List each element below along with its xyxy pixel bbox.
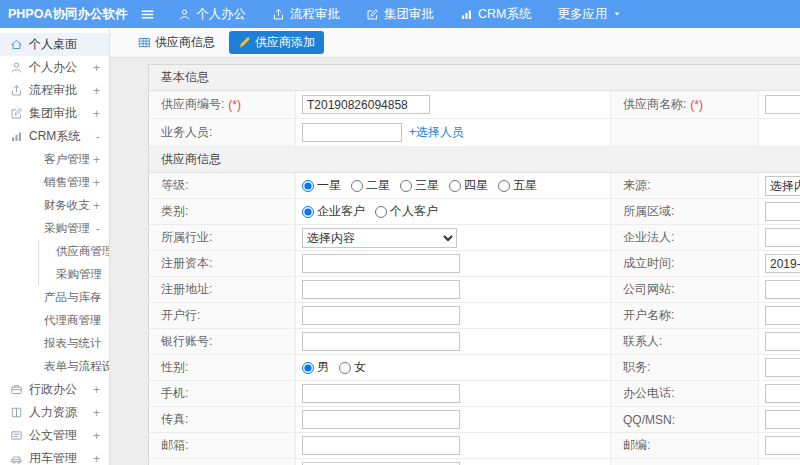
fax-input[interactable] [302,410,460,429]
gender-label: 性别: [149,355,296,381]
sidebar-item-personal-office[interactable]: 个人办公+ [0,56,109,79]
sidebar-item-label: 用车管理 [29,450,77,465]
tab-supplier-add[interactable]: 供应商添加 [229,31,324,54]
menu-toggle[interactable] [140,7,155,22]
expand-toggle[interactable]: + [93,84,100,98]
sidebar-item-agent-mgmt[interactable]: 代理商管理+ [0,309,109,332]
gender-option-0[interactable]: 男 [302,359,329,376]
grade-option-2[interactable]: 三星 [400,177,439,194]
nav-workflow-approval[interactable]: 流程审批 [259,0,353,28]
expand-toggle[interactable]: + [93,314,100,328]
sidebar-item-workflow-approval[interactable]: 流程审批+ [0,79,109,102]
office-phone-input[interactable] [765,384,800,403]
expand-toggle[interactable]: + [93,452,100,465]
expand-toggle[interactable]: + [93,383,100,397]
nav-personal-office[interactable]: 个人办公 [165,0,259,28]
expand-toggle[interactable]: + [93,61,100,75]
position-input[interactable] [765,358,800,377]
tab-supplier-info[interactable]: 供应商信息 [132,31,221,54]
gender-option-1[interactable]: 女 [339,359,366,376]
field-label: 传真: [161,411,188,428]
business-person-input[interactable] [302,123,402,142]
nav-item-label: 个人办公 [196,6,246,23]
expand-toggle[interactable]: - [96,222,100,236]
registered-address-input[interactable] [302,280,460,299]
sidebar-item-vehicle-mgmt[interactable]: 用车管理+ [0,447,109,465]
sidebar-item-product-inventory[interactable]: 产品与库存+ [0,286,109,309]
share-icon [10,84,23,97]
form-row: 注册资本:成立时间: [149,251,800,277]
region-input[interactable] [765,202,800,221]
sidebar-item-personal-desktop[interactable]: 个人桌面 [0,33,109,56]
mobile-input[interactable] [302,384,460,403]
grade-radio-4[interactable] [498,180,510,192]
nav-crm-system[interactable]: CRM系统 [447,0,544,28]
expand-toggle[interactable]: + [93,199,100,213]
nav-group-approval[interactable]: 集团审批 [353,0,447,28]
nav-more-apps[interactable]: 更多应用 [544,0,635,28]
sidebar-item-human-resources[interactable]: 人力资源+ [0,401,109,424]
expand-toggle[interactable]: + [93,291,100,305]
field-label: 银行账号: [161,333,212,350]
expand-toggle[interactable]: + [93,176,100,190]
bank-account-field [296,329,611,355]
expand-toggle[interactable]: + [93,153,100,167]
grade-radio-2[interactable] [400,180,412,192]
bank-account-input[interactable] [302,332,460,351]
grade-radio-0[interactable] [302,180,314,192]
category-option-1[interactable]: 个人客户 [375,203,438,220]
sidebar-item-finance-mgmt[interactable]: 财务收支+ [0,194,109,217]
account-name-input[interactable] [765,306,800,325]
select-person-link[interactable]: +选择人员 [409,124,464,141]
grade-option-4[interactable]: 五星 [498,177,537,194]
founding-date-input[interactable] [765,254,800,273]
sidebar-item-purchasing-mgmt[interactable]: 采购管理 [39,263,109,286]
source-select[interactable]: 选择内容 [765,176,800,196]
grade-option-0[interactable]: 一星 [302,177,341,194]
grade-radio-1[interactable] [351,180,363,192]
sidebar-item-group-approval[interactable]: 集团审批+ [0,102,109,125]
radio-label: 女 [354,359,366,376]
zipcode-label: 邮编: [611,433,759,459]
website-input[interactable] [765,280,800,299]
zipcode-input[interactable] [765,436,800,455]
qq-msn-input[interactable] [765,410,800,429]
industry-select[interactable]: 选择内容 [302,228,457,248]
address-label: 地址: [149,459,296,465]
grade-option-1[interactable]: 二星 [351,177,390,194]
sidebar-item-admin-office[interactable]: 行政办公+ [0,378,109,401]
grade-radio-3[interactable] [449,180,461,192]
sidebar-item-crm-system[interactable]: CRM系统- [0,125,109,148]
bank-branch-input[interactable] [302,306,460,325]
expand-toggle[interactable]: + [93,406,100,420]
source-field: 选择内容 [759,173,800,199]
category-radio-1[interactable] [375,206,387,218]
category-option-0[interactable]: 企业客户 [302,203,365,220]
sidebar-item-sales-mgmt[interactable]: 销售管理+ [0,171,109,194]
sidebar-item-document-mgmt[interactable]: 公文管理+ [0,424,109,447]
sidebar-item-procurement-mgmt[interactable]: 采购管理- [0,217,109,240]
sidebar-item-label: 供应商管理 [56,244,110,259]
category-radio-0[interactable] [302,206,314,218]
gender-radio-0[interactable] [302,362,314,374]
registered-capital-input[interactable] [302,254,460,273]
sidebar-item-supplier-mgmt[interactable]: 供应商管理 [39,240,109,263]
grade-option-3[interactable]: 四星 [449,177,488,194]
supplier-code-label: 供应商编号:(*) [149,91,296,119]
supplier-name-input[interactable] [765,95,800,114]
legal-person-input[interactable] [765,228,800,247]
contact-input[interactable] [765,332,800,351]
sidebar-item-reports-statistics[interactable]: 报表与统计 [0,332,109,355]
nav-item-label: CRM系统 [478,6,531,23]
sidebar-item-form-workflow-settings[interactable]: 表单与流程设置+ [0,355,109,378]
email-input[interactable] [302,436,460,455]
user-icon [178,8,191,21]
home-icon [10,38,23,51]
expand-toggle[interactable]: + [93,107,100,121]
expand-toggle[interactable]: - [96,130,100,144]
sidebar-item-customer-mgmt[interactable]: 客户管理+ [0,148,109,171]
gender-radio-1[interactable] [339,362,351,374]
expand-toggle[interactable]: + [93,429,100,443]
nav-item-label: 流程审批 [290,6,340,23]
supplier-code-input[interactable] [302,95,430,114]
